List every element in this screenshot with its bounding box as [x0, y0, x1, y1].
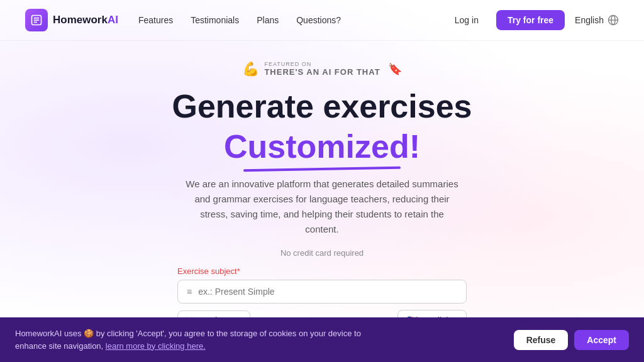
hero-heading-line2: Customized! — [224, 127, 420, 166]
accept-button[interactable]: Accept — [574, 330, 629, 350]
nav-link-features[interactable]: Features — [138, 15, 173, 25]
no-credit-text: No credit card required — [280, 248, 364, 258]
input-label: Exercise subject* — [177, 266, 467, 276]
nav-link-questions[interactable]: Questions? — [296, 15, 341, 25]
required-marker: * — [237, 266, 240, 276]
login-button[interactable]: Log in — [447, 11, 486, 29]
globe-icon — [608, 14, 619, 26]
featured-badge: 💪 FEATURED ON THERE'S AN AI FOR THAT 🔖 — [242, 61, 401, 77]
lines-icon: ≡ — [187, 287, 192, 297]
language-selector[interactable]: English — [575, 14, 619, 26]
featured-emoji: 💪 — [242, 61, 259, 77]
cookie-buttons: Refuse Accept — [514, 330, 629, 350]
nav-link-plans[interactable]: Plans — [257, 15, 279, 25]
nav-links: Features Testimonials Plans Questions? — [138, 15, 341, 25]
nav-right: Log in Try for free English — [447, 10, 619, 30]
learn-more-link[interactable]: learn more by clicking here. — [106, 341, 206, 351]
logo-text: HomeworkAI — [53, 14, 118, 26]
hero-heading-line1: Generate exercises — [172, 89, 472, 124]
nav-link-testimonials[interactable]: Testimonials — [191, 15, 239, 25]
nav-left: HomeworkAI Features Testimonials Plans Q… — [25, 9, 341, 31]
refuse-button[interactable]: Refuse — [514, 330, 569, 350]
hero-heading-area: Generate exercises Customized! — [172, 89, 472, 177]
bookmark-icon: 🔖 — [388, 62, 402, 76]
main-content: 💪 FEATURED ON THERE'S AN AI FOR THAT 🔖 G… — [0, 41, 644, 332]
featured-text: FEATURED ON THERE'S AN AI FOR THAT — [264, 62, 380, 77]
logo-icon — [25, 9, 48, 31]
cookie-banner: HomeworkAI uses 🍪 by clicking 'Accept', … — [0, 317, 644, 362]
cookie-text: HomeworkAI uses 🍪 by clicking 'Accept', … — [15, 327, 367, 352]
exercise-input-wrapper[interactable]: ≡ — [177, 280, 467, 304]
exercise-input[interactable] — [198, 287, 457, 297]
featured-site-label: THERE'S AN AI FOR THAT — [264, 68, 380, 77]
logo[interactable]: HomeworkAI — [25, 9, 118, 31]
try-free-button[interactable]: Try for free — [496, 10, 565, 30]
language-label: English — [575, 15, 604, 25]
navbar: HomeworkAI Features Testimonials Plans Q… — [0, 0, 644, 41]
hero-subtitle: We are an innovative platform that gener… — [184, 177, 460, 237]
